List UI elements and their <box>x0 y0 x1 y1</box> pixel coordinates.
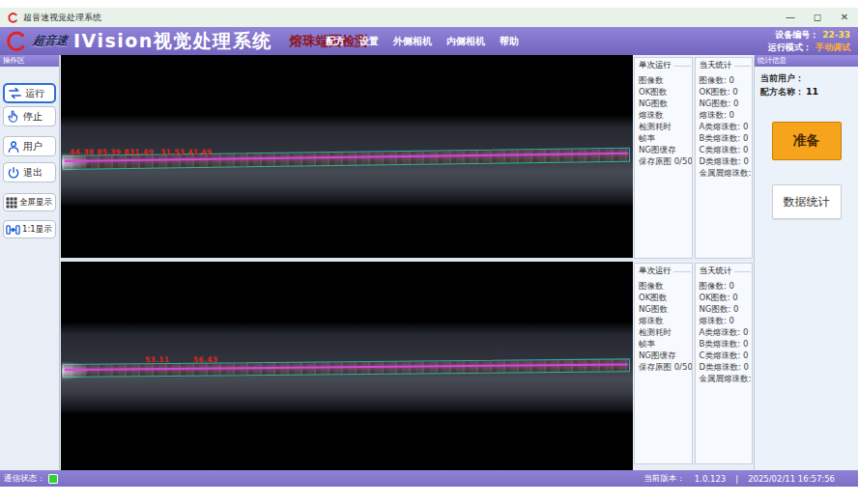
menu-item-help[interactable]: 帮助 <box>500 35 519 48</box>
app-logo-icon <box>8 13 18 23</box>
minimize-button[interactable]: — <box>785 13 796 22</box>
measurement-annotation: 56.43 <box>193 355 217 364</box>
stat-row: 图像数: 0 <box>700 280 752 292</box>
one-to-one-icon <box>6 224 20 236</box>
one-to-one-button-label: 1:1显示 <box>22 224 52 236</box>
stat-row: A类熔珠数: 0 <box>700 121 752 132</box>
measurement-annotation: 31.53 41.49 <box>160 148 212 156</box>
info-panel: 统计信息 当前用户： 配方名称：11 准备 数据统计 <box>754 55 858 470</box>
stat-row: B类熔珠数: 0 <box>700 132 752 144</box>
measurement-annotation: 44.38 85.39 831.49 <box>70 148 154 156</box>
single-run-panel: 单次运行 图像数OK图数NG图数熔珠数检测耗时帧率NG图缓存保存原图 0/500 <box>634 57 693 259</box>
window-title: 超音速视觉处理系统 <box>23 12 101 24</box>
stat-row: 帧率 <box>639 338 691 350</box>
stat-row: NG图数 <box>639 303 691 315</box>
stat-row: 检测耗时 <box>639 121 691 132</box>
info-panel-title: 统计信息 <box>755 55 858 67</box>
menu-item-inner-camera[interactable]: 内侧相机 <box>446 35 485 48</box>
today-stats-panel: 当天统计 图像数: 0OK图数: 0NG图数: 0熔珠数: 0A类熔珠数: 0B… <box>695 263 754 464</box>
stat-row: OK图数: 0 <box>700 86 752 98</box>
prepare-button[interactable]: 准备 <box>772 122 842 160</box>
today-stats-title: 当天统计 <box>700 60 752 71</box>
single-run-panel: 单次运行 图像数OK图数NG图数熔珠数检测耗时帧率NG图缓存保存原图 0/500 <box>634 263 693 464</box>
maximize-button[interactable]: ◻ <box>812 13 823 22</box>
single-run-title: 单次运行 <box>639 60 691 71</box>
comm-status-label: 通信状态： <box>4 473 45 485</box>
stat-row: 帧率 <box>639 132 691 144</box>
laser-line-overlay <box>65 363 628 371</box>
run-button-label: 运行 <box>25 87 44 100</box>
recipe-name-value: 11 <box>806 86 818 97</box>
exit-button-label: 退出 <box>23 166 43 180</box>
stat-row: 熔珠数 <box>639 315 691 326</box>
menu-item-settings[interactable]: 设置 <box>359 35 379 48</box>
camera-view-top: 44.38 85.39 831.49 31.53 41.49 <box>61 55 633 258</box>
brand-logo-text: 超音速 <box>32 33 69 49</box>
fullscreen-button-label: 全屏显示 <box>19 197 52 209</box>
stat-row: 保存原图 0/500 <box>639 155 691 167</box>
fullscreen-grid-icon <box>6 197 17 209</box>
stat-row: NG图数 <box>639 98 691 109</box>
comm-status-indicator <box>48 474 58 484</box>
run-mode-value: 手动调试 <box>815 42 850 54</box>
run-mode-label: 运行模式： <box>768 42 812 54</box>
today-stats-title: 当天统计 <box>700 266 752 277</box>
user-button-label: 用户 <box>23 140 43 154</box>
user-icon <box>7 140 20 154</box>
stat-row: 图像数: 0 <box>700 74 752 86</box>
camera-view-bottom: 53.11 56.43 <box>61 262 633 470</box>
today-stats-panel: 当天统计 图像数: 0OK图数: 0NG图数: 0熔珠数: 0A类熔珠数: 0B… <box>695 57 754 259</box>
stat-row: NG图缓存 <box>639 144 691 155</box>
run-button[interactable]: 运行 <box>3 83 56 103</box>
data-statistics-button[interactable]: 数据统计 <box>772 184 842 219</box>
stat-row: 熔珠数: 0 <box>700 315 752 326</box>
stat-row: B类熔珠数: 0 <box>700 338 752 350</box>
operation-sidebar: 操作区 运行 停止 用户 退出 全屏显示 1:1显示 <box>0 55 60 470</box>
datetime-value: 2025/02/11 16:57:56 <box>748 474 835 484</box>
app-window: 超音速视觉处理系统 — ◻ ✕ 超音速 IVision视觉处理系统 熔珠端面检测… <box>0 0 858 504</box>
statusbar-separator: | <box>735 474 738 484</box>
main-menu: 配方 设置 外侧相机 内侧相机 帮助 <box>326 27 519 55</box>
stats-region: 单次运行 图像数OK图数NG图数熔珠数检测耗时帧率NG图缓存保存原图 0/500… <box>633 55 754 470</box>
app-header: 超音速 IVision视觉处理系统 熔珠端面检测 配方 设置 外侧相机 内侧相机… <box>0 27 858 55</box>
stats-group-bottom: 单次运行 图像数OK图数NG图数熔珠数检测耗时帧率NG图缓存保存原图 0/500… <box>634 263 753 464</box>
stat-row: D类熔珠数: 0 <box>700 361 752 373</box>
close-button[interactable]: ✕ <box>839 13 850 22</box>
stat-row: OK图数 <box>639 86 691 98</box>
single-run-title: 单次运行 <box>639 266 691 277</box>
stop-button[interactable]: 停止 <box>3 106 56 126</box>
stat-row: OK图数: 0 <box>700 292 752 303</box>
stat-row: 图像数 <box>639 280 691 292</box>
stat-row: D类熔珠数: 0 <box>700 155 752 167</box>
brand-swirl-icon <box>6 31 27 52</box>
titlebar: 超音速视觉处理系统 — ◻ ✕ <box>0 8 858 27</box>
stop-button-label: 停止 <box>23 110 43 124</box>
current-user-label: 当前用户： <box>760 73 804 83</box>
menu-item-recipe[interactable]: 配方 <box>326 35 345 48</box>
fullscreen-button[interactable]: 全屏显示 <box>3 193 56 211</box>
stat-row: NG图数: 0 <box>700 98 752 109</box>
stat-row: 金属屑熔珠数: 0 <box>700 167 752 179</box>
stat-row: NG图缓存 <box>639 350 691 361</box>
menu-item-outer-camera[interactable]: 外侧相机 <box>393 35 432 48</box>
stats-group-top: 单次运行 图像数OK图数NG图数熔珠数检测耗时帧率NG图缓存保存原图 0/500… <box>634 57 753 259</box>
sidebar-title: 操作区 <box>0 55 59 67</box>
stat-row: C类熔珠数: 0 <box>700 350 752 361</box>
device-info: 设备编号：22-33 运行模式：手动调试 <box>768 29 850 54</box>
hand-stop-icon <box>7 110 20 124</box>
exit-button[interactable]: 退出 <box>3 162 56 182</box>
status-bar: 通信状态： 当前版本： 1.0.123 | 2025/02/11 16:57:5… <box>0 470 858 487</box>
stat-row: A类熔珠数: 0 <box>700 326 752 338</box>
stat-row: 图像数 <box>639 74 691 86</box>
stat-row: 金属屑熔珠数: 0 <box>700 373 752 384</box>
version-value: 1.0.123 <box>695 474 726 484</box>
power-icon <box>7 166 20 180</box>
device-id-label: 设备编号： <box>775 29 818 42</box>
one-to-one-button[interactable]: 1:1显示 <box>3 220 56 238</box>
stat-row: C类熔珠数: 0 <box>700 144 752 155</box>
stat-row: 保存原图 0/500 <box>639 361 691 373</box>
stat-row: NG图数: 0 <box>700 303 752 315</box>
version-label: 当前版本： <box>644 473 685 485</box>
user-button[interactable]: 用户 <box>3 136 56 156</box>
measurement-annotation: 53.11 <box>145 355 169 364</box>
